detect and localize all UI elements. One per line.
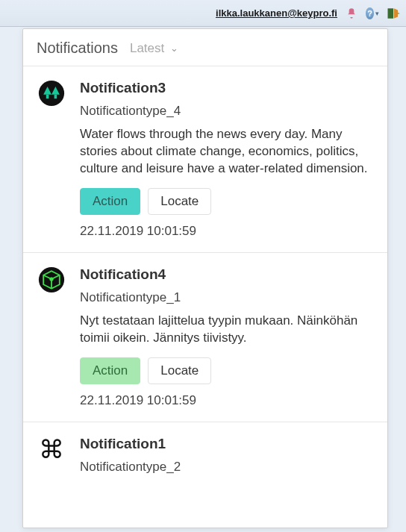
notification-item: Notification4 Notificationtype_1 Nyt tes… xyxy=(23,252,387,422)
svg-rect-0 xyxy=(388,8,394,19)
notification-item: Notification3 Notificationtype_4 Water f… xyxy=(23,66,387,252)
locate-button[interactable]: Locate xyxy=(148,357,211,384)
notification-description: Water flows through the news every day. … xyxy=(80,126,374,178)
locate-button[interactable]: Locate xyxy=(148,188,211,215)
notification-type: Notificationtype_2 xyxy=(80,460,374,475)
notification-timestamp: 22.11.2019 10:01:59 xyxy=(80,393,374,408)
trees-icon xyxy=(37,80,66,239)
notifications-panel: Notifications Latest ⌄ Notification3 Not… xyxy=(22,28,388,528)
svg-rect-3 xyxy=(54,95,57,98)
help-dropdown[interactable]: ?▾ xyxy=(366,7,379,20)
top-toolbar: ilkka.laukkanen@keypro.fi ?▾ xyxy=(0,0,406,27)
svg-point-5 xyxy=(49,277,53,281)
notification-type: Notificationtype_4 xyxy=(80,104,374,119)
notification-title: Notification1 xyxy=(80,436,374,452)
notification-title: Notification4 xyxy=(80,266,374,283)
command-icon: ⌘ xyxy=(37,436,66,475)
sort-label: Latest xyxy=(130,41,164,56)
sort-dropdown[interactable]: Latest ⌄ xyxy=(130,41,178,56)
notifications-list[interactable]: Notification3 Notificationtype_4 Water f… xyxy=(23,66,387,528)
notification-timestamp: 22.11.2019 10:01:59 xyxy=(80,224,374,239)
notification-type: Notificationtype_1 xyxy=(80,290,374,305)
bell-icon[interactable] xyxy=(345,7,358,20)
action-button[interactable]: Action xyxy=(80,188,140,215)
cube-icon xyxy=(37,266,66,408)
notification-item: ⌘ Notification1 Notificationtype_2 xyxy=(23,422,387,488)
chevron-down-icon: ⌄ xyxy=(170,43,178,54)
user-email-link[interactable]: ilkka.laukkanen@keypro.fi xyxy=(216,7,337,19)
svg-point-1 xyxy=(39,81,64,106)
action-button[interactable]: Action xyxy=(80,357,140,384)
notification-description: Nyt testataan lajittelua tyypin mukaan. … xyxy=(80,313,374,347)
svg-rect-2 xyxy=(46,95,49,98)
panel-title: Notifications xyxy=(37,40,118,57)
exit-icon[interactable] xyxy=(387,7,400,20)
panel-header: Notifications Latest ⌄ xyxy=(23,29,387,66)
notification-title: Notification3 xyxy=(80,80,374,96)
